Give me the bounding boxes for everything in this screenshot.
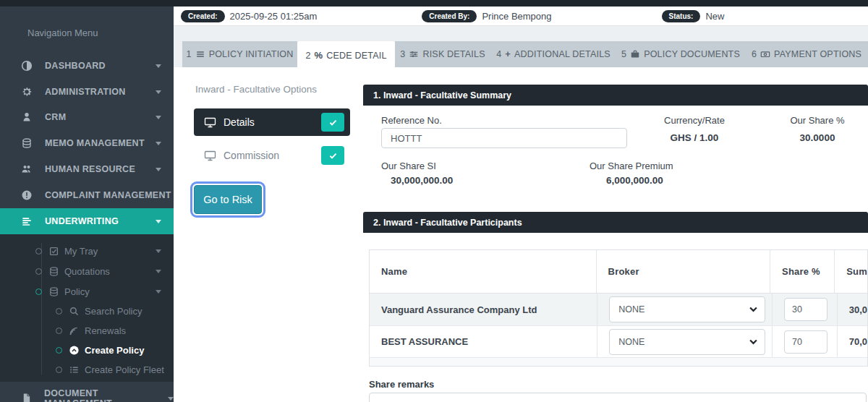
submenu-item-my-tray[interactable]: My Tray xyxy=(0,242,174,260)
wizard-tabs: 1 POLICY INITIATION 2 % CEDE DETAIL 3 RI… xyxy=(182,41,868,67)
created-value: 2025-09-25 01:25am xyxy=(230,11,318,22)
column-header-broker: Broker xyxy=(597,250,770,293)
sidebar-item-crm[interactable]: CRM xyxy=(0,108,174,127)
currency-rate-label: Currency/Rate xyxy=(637,115,752,126)
navigation-menu-header: Navigation Menu xyxy=(27,27,98,38)
record-meta-bar: Created: 2025-09-25 01:25am Created By: … xyxy=(174,7,868,26)
broker-select[interactable]: NONE xyxy=(609,296,765,322)
file-icon xyxy=(21,393,32,402)
sidebar-item-label: CRM xyxy=(45,112,66,122)
money-icon xyxy=(760,49,770,59)
chevron-down-icon xyxy=(156,168,161,171)
people-icon xyxy=(21,163,33,175)
broker-select[interactable]: NONE xyxy=(609,329,765,355)
dashboard-icon xyxy=(21,60,33,72)
chevron-down-icon xyxy=(156,116,161,119)
search-icon xyxy=(69,306,80,317)
chevron-down-icon xyxy=(156,270,161,273)
status-badge: Status: xyxy=(662,10,701,22)
circle-up-icon xyxy=(69,345,80,356)
stack-icon xyxy=(21,137,33,149)
table-row: BEST ASSURANCE NONE 70,0 xyxy=(370,325,867,357)
tab-cede-detail[interactable]: 2 % CEDE DETAIL xyxy=(297,41,395,70)
share-remarks-input[interactable] xyxy=(369,393,867,402)
tab-number: 4 xyxy=(496,49,501,59)
bullet-icon xyxy=(56,367,62,373)
chevron-down-icon xyxy=(156,90,161,94)
sum-insured-value: 70,0 xyxy=(849,336,867,347)
details-check-button[interactable] xyxy=(321,113,344,132)
list-dots-icon xyxy=(69,364,80,375)
submenu-item-policy[interactable]: Policy xyxy=(0,283,174,300)
sidebar-item-complaint-management[interactable]: COMPLAINT MANAGEMENT xyxy=(0,186,174,205)
reference-no-label: Reference No. xyxy=(381,115,442,126)
tab-label: PAYMENT OPTIONS xyxy=(774,49,861,59)
bullet-icon xyxy=(35,288,42,295)
chevron-down-icon xyxy=(168,397,174,401)
tab-additional-details[interactable]: 4 + ADDITIONAL DETAILS xyxy=(490,41,616,67)
person-icon xyxy=(21,111,33,123)
exclamation-circle-icon xyxy=(21,189,33,201)
option-details[interactable]: Details xyxy=(194,108,350,136)
created-badge: Created: xyxy=(181,10,225,22)
our-share-premium-value: 6,000,000.00 xyxy=(606,175,663,186)
tab-payment-options[interactable]: 6 PAYMENT OPTIONS xyxy=(745,41,868,67)
sidebar-item-memo-management[interactable]: MEMO MANAGEMENT xyxy=(0,134,174,153)
reference-no-input[interactable] xyxy=(381,128,627,148)
our-share-pct-label: Our Share % xyxy=(767,115,868,126)
arcs-icon xyxy=(69,325,80,336)
sidebar-item-label: ADMINISTRATION xyxy=(45,87,126,97)
submenu-item-renewals[interactable]: Renewals xyxy=(0,322,174,339)
underwriting-submenu: My Tray Quotations Policy Search Policy xyxy=(0,234,174,382)
chevron-down-icon xyxy=(749,339,757,345)
sidebar-item-administration[interactable]: ADMINISTRATION xyxy=(0,82,174,101)
submenu-item-label: Search Policy xyxy=(85,306,142,317)
sidebar-item-label: UNDERWRITING xyxy=(45,216,119,226)
option-details-label: Details xyxy=(224,116,255,128)
option-commission[interactable]: Commission xyxy=(194,142,350,169)
stack-icon xyxy=(48,266,59,277)
sidebar-item-label: COMPLAINT MANAGEMENT xyxy=(45,190,171,200)
commission-check-button[interactable] xyxy=(321,146,344,165)
sidebar-item-human-resource[interactable]: HUMAN RESOURCE xyxy=(0,160,174,179)
column-header-name: Name xyxy=(370,250,597,293)
submenu-item-create-policy[interactable]: Create Policy xyxy=(0,341,174,359)
share-pct-input[interactable] xyxy=(784,330,827,354)
submenu-item-quotations[interactable]: Quotations xyxy=(0,262,174,280)
participants-table: Name Broker Share % Sum Vanguard Assuran… xyxy=(369,249,868,367)
chevron-down-icon xyxy=(156,249,161,253)
share-pct-input[interactable] xyxy=(784,298,827,321)
tab-label: CEDE DETAIL xyxy=(326,51,386,61)
tab-label: POLICY DOCUMENTS xyxy=(644,49,740,59)
column-header-share: Share % xyxy=(770,250,835,293)
top-strip xyxy=(0,0,868,7)
submenu-item-label: Create Policy xyxy=(85,345,144,356)
go-to-risk-button[interactable]: Go to Risk xyxy=(194,185,262,214)
check-square-icon xyxy=(48,246,59,257)
sidebar-item-underwriting[interactable]: UNDERWRITING xyxy=(0,208,174,234)
table-footer-strip xyxy=(370,357,867,366)
tab-number: 5 xyxy=(621,49,626,59)
chevron-down-icon xyxy=(156,142,161,145)
chevron-down-icon xyxy=(156,290,161,294)
list-icon xyxy=(195,49,205,59)
submenu-item-search-policy[interactable]: Search Policy xyxy=(0,302,174,320)
percent-icon: % xyxy=(315,51,323,61)
chevron-down-icon xyxy=(156,64,161,68)
option-commission-label: Commission xyxy=(224,150,279,161)
table-row: Vanguard Assurance Company Ltd NONE 30,0 xyxy=(370,294,867,325)
submenu-item-label: My Tray xyxy=(64,246,98,257)
plus-icon: + xyxy=(505,49,511,59)
status-value: New xyxy=(705,11,724,22)
tab-policy-initiation[interactable]: 1 POLICY INITIATION xyxy=(182,41,297,67)
chevron-down-icon xyxy=(749,307,757,312)
submenu-item-label: Quotations xyxy=(64,266,110,277)
monitor-icon xyxy=(204,117,216,128)
sidebar-item-document-management[interactable]: DOCUMENT MANAGEMENT xyxy=(0,389,174,402)
tab-policy-documents[interactable]: 5 POLICY DOCUMENTS xyxy=(616,41,745,67)
sidebar-item-dashboard[interactable]: DASHBOARD xyxy=(0,56,174,75)
submenu-item-create-policy-fleet[interactable]: Create Policy Fleet xyxy=(0,361,174,378)
tab-risk-details[interactable]: 3 RISK DETAILS xyxy=(395,41,490,67)
participants-section-header: 2. Inward - Facultative Participants xyxy=(363,212,868,233)
app-root: Navigation Menu DASHBOARD ADMINISTRATION… xyxy=(0,0,868,402)
